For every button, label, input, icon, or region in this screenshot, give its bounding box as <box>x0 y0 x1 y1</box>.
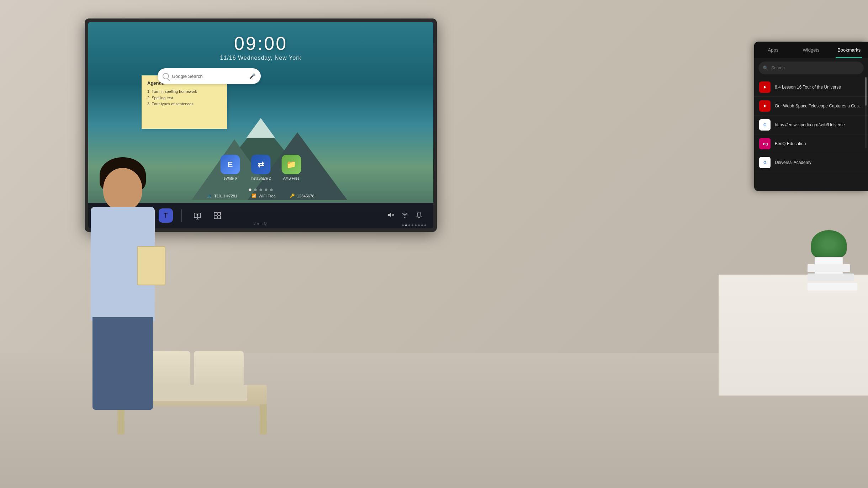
dot-3[interactable] <box>260 189 262 191</box>
instashare-label: InstaShare 2 <box>251 176 271 180</box>
sticky-note-item-3: 3. Four types of sentences <box>147 101 221 107</box>
bookmark-text-2: Our Webb Space Telescope Captures a Cosm… <box>775 104 863 108</box>
chrome-favicon: G <box>759 157 771 168</box>
svg-text:BQ: BQ <box>763 142 768 146</box>
bookmark-title-3: https://en.wikipedia.org/wiki/Universe <box>775 122 863 127</box>
tv-date: 11/16 Wednesday, New York <box>220 55 302 61</box>
mute-svg <box>387 211 394 218</box>
bookmark-item-3[interactable]: G https://en.wikipedia.org/wiki/Universe <box>754 116 868 134</box>
sticky-note-item-1: 1. Turn in spelling homework <box>147 89 221 95</box>
book-2 <box>808 274 854 281</box>
wifi-icon[interactable] <box>401 211 408 220</box>
svg-point-11 <box>404 217 406 218</box>
instashare-icon: ⇄ <box>251 155 271 174</box>
status-dot-2 <box>405 224 407 226</box>
svg-rect-4 <box>214 212 217 215</box>
taskbar-screenshare[interactable] <box>190 208 205 223</box>
pin-info: 🔑 12345678 <box>290 193 314 198</box>
tab-widgets[interactable]: Widgets <box>792 42 830 58</box>
panel-tabs: Apps Widgets Bookmarks <box>754 42 868 58</box>
bookmark-text-3: https://en.wikipedia.org/wiki/Universe <box>775 122 863 127</box>
book-3 <box>808 283 857 291</box>
bookmark-text-4: BenQ Education <box>775 141 863 146</box>
wifi-info: 📶 WiFi Free <box>252 193 276 198</box>
bookmark-item-4[interactable]: BQ BenQ Education <box>754 134 868 153</box>
bookmark-title-5: Universal Academy <box>775 160 863 165</box>
book-1 <box>808 264 850 272</box>
panel-scrollbar[interactable] <box>865 77 867 148</box>
status-dot-6 <box>418 224 420 226</box>
bookmark-item-2[interactable]: Our Webb Space Telescope Captures a Cosm… <box>754 97 868 116</box>
google-favicon-1: G <box>759 119 771 131</box>
panel-search[interactable]: 🔍 <box>758 62 864 74</box>
status-dot-7 <box>421 224 423 226</box>
ewrite-label: eWrite 6 <box>224 176 237 180</box>
chair-back-2 <box>194 351 244 387</box>
app-instashare[interactable]: ⇄ InstaShare 2 <box>251 155 271 180</box>
status-dot-5 <box>415 224 417 226</box>
desk-leg-right <box>260 404 267 435</box>
chair-seat-2 <box>190 385 247 401</box>
tab-bookmarks[interactable]: Bookmarks <box>830 42 868 58</box>
google-search-bar[interactable]: Google Search 🎤 <box>158 68 261 84</box>
grid-icon <box>213 212 221 219</box>
bookmark-title-1: 8.4 Lesson 16 Tour of the Universe <box>775 85 863 90</box>
bell-svg <box>416 211 423 218</box>
screen-share-icon <box>194 212 201 219</box>
svg-rect-7 <box>218 216 221 219</box>
panel-scrollbar-thumb <box>865 77 867 106</box>
sticky-note-item-2: 2. Spelling test <box>147 95 221 101</box>
status-dot-8 <box>424 224 426 226</box>
youtube-icon-2 <box>762 103 768 109</box>
tv-status-dots <box>402 224 426 226</box>
mic-icon: 🎤 <box>249 73 256 80</box>
device-id-info: 📺 T1011 #7281 <box>207 193 237 198</box>
chrome-icon: G <box>762 159 768 166</box>
bookmark-title-2: Our Webb Space Telescope Captures a Cosm… <box>775 104 863 108</box>
svg-rect-6 <box>214 216 217 219</box>
wifi-text: WiFi Free <box>259 194 276 198</box>
bookmark-item-5[interactable]: G Universal Academy <box>754 153 868 172</box>
youtube-favicon-2 <box>759 100 771 112</box>
tv-clock: 09:00 <box>234 33 287 54</box>
status-dot-3 <box>408 224 410 226</box>
bookmark-text-5: Universal Academy <box>775 160 863 165</box>
bookmark-item-1[interactable]: 8.4 Lesson 16 Tour of the Universe <box>754 78 868 97</box>
svg-marker-8 <box>388 212 391 217</box>
panel-search-icon: 🔍 <box>763 65 768 71</box>
search-icon <box>163 73 169 79</box>
pin-text: 12345678 <box>297 194 314 198</box>
dot-4[interactable] <box>265 189 268 191</box>
plant-leaves <box>811 230 847 259</box>
tab-apps[interactable]: Apps <box>754 42 792 58</box>
bell-icon[interactable] <box>416 211 423 220</box>
taskbar-system-controls <box>387 211 423 220</box>
dot-1[interactable] <box>249 189 252 191</box>
tv-app-icons: E eWrite 6 ⇄ InstaShare 2 📁 AMS Files <box>221 155 301 180</box>
dot-2[interactable] <box>254 189 257 191</box>
taskbar-grid[interactable] <box>210 208 224 223</box>
bookmark-list: 8.4 Lesson 16 Tour of the Universe Our W… <box>754 78 868 172</box>
dot-5[interactable] <box>270 189 273 191</box>
device-id-text: T1011 #7281 <box>214 194 237 198</box>
mute-icon[interactable] <box>387 211 394 220</box>
snow-cap <box>247 118 275 138</box>
app-amsfiles[interactable]: 📁 AMS Files <box>281 155 301 180</box>
search-label: Google Search <box>172 74 249 79</box>
device-icon: 📺 <box>207 193 212 198</box>
app-ewrite[interactable]: E eWrite 6 <box>221 155 240 180</box>
teacher-head <box>103 168 142 211</box>
amsfiles-icon: 📁 <box>281 155 301 174</box>
svg-rect-5 <box>218 212 221 215</box>
bookmark-text-1: 8.4 Lesson 16 Tour of the Universe <box>775 85 863 90</box>
status-dot-1 <box>402 224 404 226</box>
youtube-icon-1 <box>762 84 768 90</box>
amsfiles-label: AMS Files <box>283 176 300 180</box>
benq-icon: BQ <box>762 140 768 147</box>
ewrite-icon: E <box>221 155 240 174</box>
teacher-clipboard <box>137 246 165 285</box>
teacher-body <box>87 168 158 410</box>
key-icon: 🔑 <box>290 193 295 198</box>
panel-search-input[interactable] <box>771 65 859 70</box>
benq-favicon: BQ <box>759 138 771 149</box>
